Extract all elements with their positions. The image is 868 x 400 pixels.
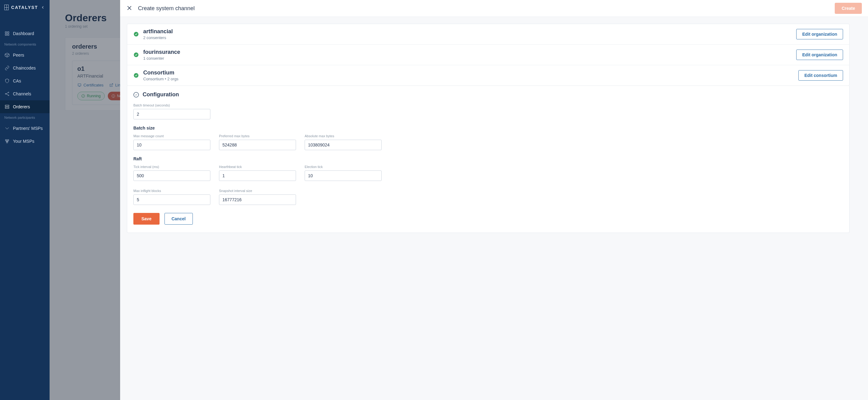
brand-name: CATALYST <box>11 5 38 10</box>
brand-logo-icon <box>4 5 9 10</box>
svg-rect-7 <box>5 105 9 106</box>
sidebar-item-your-msps[interactable]: Your MSPs <box>0 135 50 148</box>
row-subtitle: 2 consenters <box>143 35 173 40</box>
org-icon <box>4 138 10 144</box>
row-title: Consortium <box>143 70 178 76</box>
cancel-button[interactable]: Cancel <box>164 213 193 225</box>
link-icon <box>4 65 10 71</box>
sidebar: CATALYST Dashboard Network components Pe… <box>0 0 50 400</box>
configuration-section: Configuration Batch timeout (seconds) Ba… <box>127 86 849 233</box>
raft-heading: Raft <box>133 156 843 161</box>
sidebar-item-channels[interactable]: Channels <box>0 88 50 100</box>
handshake-icon <box>4 126 10 131</box>
row-title: fourinsurance <box>143 49 180 55</box>
max-inflight-blocks-input[interactable] <box>133 195 210 205</box>
svg-point-4 <box>5 94 6 95</box>
row-subtitle: 1 consenter <box>143 56 180 61</box>
close-icon <box>126 5 132 11</box>
sidebar-item-orderers[interactable]: Orderers <box>0 100 50 113</box>
close-button[interactable] <box>126 5 133 12</box>
org-row-artfinancial: artfinancial 2 consenters Edit organizat… <box>127 24 849 45</box>
shield-icon <box>4 78 10 84</box>
sidebar-item-partners-msps[interactable]: Partners' MSPs <box>0 122 50 135</box>
sidebar-item-label: Partners' MSPs <box>13 126 43 131</box>
sidebar-collapse-button[interactable] <box>41 4 45 10</box>
sidebar-item-label: Your MSPs <box>13 139 34 144</box>
tick-interval-label: Tick interval (ms) <box>133 165 210 169</box>
edit-organization-button[interactable]: Edit organization <box>796 49 843 60</box>
max-message-count-input[interactable] <box>133 140 210 150</box>
svg-rect-9 <box>5 140 7 141</box>
sidebar-item-label: Orderers <box>13 104 30 109</box>
panel-body: artfinancial 2 consenters Edit organizat… <box>120 17 868 400</box>
tick-interval-input[interactable] <box>133 170 210 181</box>
svg-rect-10 <box>7 140 9 141</box>
svg-rect-1 <box>7 32 9 33</box>
panel-title: Create system channel <box>138 5 195 12</box>
snapshot-interval-size-label: Snapshot interval size <box>219 189 296 193</box>
create-button[interactable]: Create <box>835 3 862 14</box>
save-button[interactable]: Save <box>133 213 160 225</box>
heartbeat-tick-label: Hearthbeat tick <box>219 165 296 169</box>
preferred-max-bytes-input[interactable] <box>219 140 296 150</box>
configuration-heading: Configuration <box>143 91 179 98</box>
sidebar-section-components: Network components <box>0 40 50 48</box>
sidebar-section-participants: Network participants <box>0 113 50 122</box>
svg-rect-0 <box>5 32 7 33</box>
create-system-channel-panel: Create system channel Create artfinancia… <box>120 0 868 400</box>
progress-ring-icon <box>133 92 139 98</box>
row-title: artfinancial <box>143 28 173 35</box>
sidebar-item-label: CAs <box>13 78 21 84</box>
svg-rect-11 <box>6 141 8 143</box>
consortium-row: Consortium Consortium • 2 orgs Edit cons… <box>127 65 849 86</box>
svg-point-6 <box>8 95 9 96</box>
preferred-max-bytes-label: Preferred max bytes <box>219 134 296 138</box>
svg-rect-8 <box>5 107 9 108</box>
sidebar-item-peers[interactable]: Peers <box>0 48 50 62</box>
check-circle-icon <box>133 52 139 58</box>
svg-rect-2 <box>5 34 7 35</box>
dashboard-icon <box>4 31 10 36</box>
check-circle-icon <box>133 31 139 37</box>
sections-list: artfinancial 2 consenters Edit organizat… <box>127 24 849 86</box>
sidebar-item-cas[interactable]: CAs <box>0 74 50 88</box>
brand-row: CATALYST <box>0 0 50 15</box>
svg-point-19 <box>134 32 138 37</box>
orderers-icon <box>4 104 10 109</box>
cube-icon <box>4 52 10 58</box>
panel-header: Create system channel Create <box>120 0 868 17</box>
absolute-max-bytes-input[interactable] <box>305 140 382 150</box>
check-circle-icon <box>133 73 139 78</box>
max-inflight-blocks-label: Max inflight blocks <box>133 189 210 193</box>
batch-timeout-input[interactable] <box>133 109 210 120</box>
batch-size-heading: Batch size <box>133 126 843 130</box>
sidebar-item-label: Chaincodes <box>13 66 36 70</box>
absolute-max-bytes-label: Absolute max bytes <box>305 134 382 138</box>
batch-timeout-label: Batch timeout (seconds) <box>133 103 843 107</box>
max-message-count-label: Max message count <box>133 134 210 138</box>
sidebar-item-label: Peers <box>13 53 24 58</box>
election-tick-label: Election tick <box>305 165 382 169</box>
svg-rect-3 <box>7 34 9 35</box>
row-subtitle: Consortium • 2 orgs <box>143 77 178 81</box>
edit-consortium-button[interactable]: Edit consortium <box>798 70 843 80</box>
sidebar-item-chaincodes[interactable]: Chaincodes <box>0 62 50 74</box>
edit-organization-button[interactable]: Edit organization <box>796 29 843 39</box>
sidebar-item-label: Channels <box>13 91 31 96</box>
network-icon <box>4 91 10 97</box>
sidebar-item-label: Dashboard <box>13 31 34 36</box>
svg-point-20 <box>134 53 138 57</box>
svg-point-21 <box>134 73 138 78</box>
snapshot-interval-size-input[interactable] <box>219 195 296 205</box>
sidebar-item-dashboard[interactable]: Dashboard <box>0 27 50 40</box>
org-row-fourinsurance: fourinsurance 1 consenter Edit organizat… <box>127 45 849 65</box>
election-tick-input[interactable] <box>305 170 382 181</box>
svg-point-5 <box>8 92 9 93</box>
heartbeat-tick-input[interactable] <box>219 170 296 181</box>
